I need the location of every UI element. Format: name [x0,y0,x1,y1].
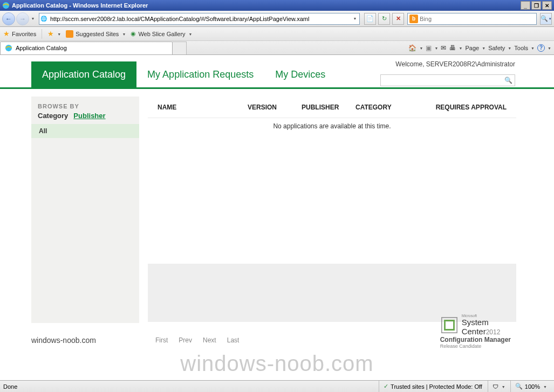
maximize-button[interactable]: ❐ [531,1,541,10]
page-label: Page [465,45,479,51]
tools-label: Tools [514,45,528,51]
safety-label: Safety [488,45,505,51]
pager-last[interactable]: Last [227,336,240,344]
back-button[interactable]: ← [2,12,15,25]
chevron-down-icon: ▼ [57,32,60,36]
tools-menu[interactable]: Tools▼ [514,45,534,51]
zoom-icon: 🔍 [515,383,523,390]
browse-by-label: BROWSE BY [38,103,139,109]
filter-category[interactable]: Category [38,112,68,120]
page-menu[interactable]: Page▼ [465,45,485,51]
col-publisher[interactable]: PUBLISHER [302,104,355,111]
catalog-search-input[interactable] [383,77,504,84]
application-list: NAME VERSION PUBLISHER CATEGORY REQUIRES… [148,97,516,323]
sidebar: BROWSE BY Category Publisher All [31,97,139,323]
address-bar[interactable]: 🌐 ▼ [39,13,360,25]
bing-icon: b [409,15,418,23]
empty-message: No applications are available at this ti… [148,118,516,130]
rc-label: Release Candidate [440,343,511,349]
status-bar: Done ✓Trusted sites | Protected Mode: Of… [0,380,554,392]
category-all[interactable]: All [31,124,139,138]
search-box[interactable]: b [407,13,537,25]
window-title: Application Catalog - Windows Internet E… [12,2,148,9]
pager-next[interactable]: Next [203,336,216,344]
suggested-sites-icon [66,30,73,38]
cm-label: Configuration Manager [440,336,511,343]
tab-application-catalog[interactable]: Application Catalog [31,61,136,87]
refresh-button[interactable]: ↻ [378,13,390,25]
status-protected-dropdown[interactable]: 🛡▼ [488,381,509,392]
home-button[interactable]: 🏠▼ [408,44,422,52]
zoom-value: 100% [525,383,540,390]
page-content: Welcome, SERVER2008R2\Administrator Appl… [0,55,554,380]
tab-my-requests[interactable]: My Application Requests [136,61,264,87]
feeds-button[interactable]: ▣▼ [426,44,437,52]
ie-icon [2,2,10,9]
pager-first[interactable]: First [155,336,168,344]
browser-tab[interactable]: Application Catalog [0,42,173,54]
suggested-sites-label: Suggested Sites [76,31,119,37]
help-icon: ? [537,44,545,52]
tab-title: Application Catalog [16,45,67,51]
favorites-button[interactable]: ★Favorites [3,30,36,38]
welcome-text: Welcome, SERVER2008R2\Administrator [395,60,515,68]
search-icon[interactable]: 🔍 [504,77,512,84]
col-version[interactable]: VERSION [248,104,302,111]
minimize-button[interactable]: _ [521,1,530,10]
web-slice-label: Web Slice Gallery [138,31,185,37]
rss-icon: ▣ [426,44,432,52]
status-text: Done [3,383,378,390]
new-tab-button[interactable] [173,42,187,54]
table-header: NAME VERSION PUBLISHER CATEGORY REQUIRES… [148,97,516,118]
web-slice-icon: ◉ [131,30,136,37]
zoom-control[interactable]: 🔍100%▼ [510,381,551,392]
help-button[interactable]: ?▼ [537,44,551,52]
favorites-bar: ★Favorites ★▼ Suggested Sites▼ ◉Web Slic… [0,27,554,41]
favorites-label: Favorites [12,31,36,37]
print-button[interactable]: 🖶▼ [449,44,462,52]
recent-pages-dropdown[interactable]: ▼ [30,13,36,24]
ie-icon [5,44,12,52]
status-zone[interactable]: ✓Trusted sites | Protected Mode: Off [379,381,487,392]
pager: First Prev Next Last [155,336,239,344]
pager-prev[interactable]: Prev [179,336,192,344]
search-button[interactable]: 🔍▾ [540,13,552,25]
zone-text: Trusted sites | Protected Mode: Off [391,383,482,390]
chevron-down-icon: ▼ [122,32,125,36]
col-requires-approval[interactable]: REQUIRES APPROVAL [415,104,507,111]
catalog-search[interactable]: 🔍 [380,74,515,86]
add-to-favbar-button[interactable]: ★▼ [47,30,60,38]
col-category[interactable]: CATEGORY [355,104,415,111]
navigation-toolbar: ← → ▼ 🌐 ▼ 📄 ↻ ✕ b 🔍▾ [0,11,554,27]
compat-view-button[interactable]: 📄 [364,13,376,25]
window-titlebar: Application Catalog - Windows Internet E… [0,0,554,11]
search-input[interactable] [420,13,536,24]
systemcenter-icon [440,316,459,334]
svg-rect-2 [441,318,456,333]
url-dropdown[interactable]: ▼ [351,17,359,20]
star-plus-icon: ★ [47,30,54,38]
safety-menu[interactable]: Safety▼ [488,45,511,51]
print-icon: 🖶 [449,44,456,52]
star-icon: ★ [3,30,10,38]
web-slice-button[interactable]: ◉Web Slice Gallery▼ [131,30,191,37]
read-mail-button[interactable]: ✉ [441,44,446,52]
chevron-down-icon: ▼ [189,32,192,36]
page-icon: 🌐 [39,16,48,22]
command-bar: Application Catalog 🏠▼ ▣▼ ✉ 🖶▼ Page▼ Saf… [0,41,554,55]
shield-icon: 🛡 [493,383,498,390]
home-icon: 🏠 [408,44,416,52]
suggested-sites-button[interactable]: Suggested Sites▼ [66,30,125,38]
stop-button[interactable]: ✕ [392,13,404,25]
brand-text: windows-noob.com [31,336,139,345]
col-name[interactable]: NAME [158,104,248,111]
details-pane [148,264,516,322]
product-logo: Microsoft System Center2012 Configuratio… [440,314,511,349]
checkmark-icon: ✓ [384,383,388,390]
close-button[interactable]: ✕ [542,1,552,10]
url-input[interactable] [48,13,351,24]
forward-button[interactable]: → [16,12,29,25]
sc-label: System Center [462,318,489,336]
tab-my-devices[interactable]: My Devices [264,61,336,87]
filter-publisher[interactable]: Publisher [73,112,105,120]
